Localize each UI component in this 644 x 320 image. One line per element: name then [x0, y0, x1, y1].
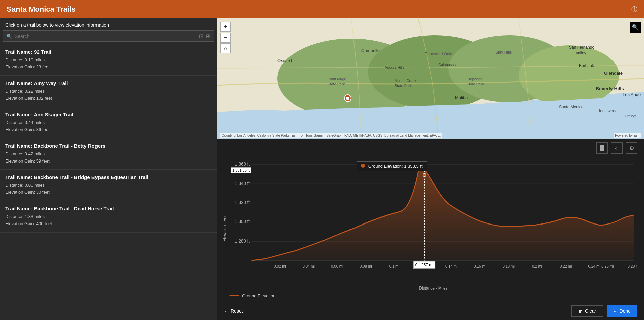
svg-text:Huntingt: Huntingt [623, 114, 636, 118]
svg-text:Los Ange: Los Ange [623, 92, 641, 97]
info-icon[interactable]: ⓘ [631, 5, 637, 13]
trail-name: Trail Name: Amy Way Trail [5, 80, 211, 86]
trail-details: Distance: 0.44 milesElevation Gain: 36 f… [5, 119, 211, 133]
trail-item[interactable]: Trail Name: Backbone Trail - Bridge Bypa… [0, 170, 217, 201]
search-input[interactable] [15, 34, 196, 39]
svg-text:Malibu Creek: Malibu Creek [395, 79, 416, 83]
svg-text:0.08 mi: 0.08 mi [360, 264, 372, 268]
svg-text:0.1257 mi: 0.1257 mi [415, 263, 433, 268]
crosshair-y-label: 1,351.35 ft [231, 167, 251, 173]
svg-text:1,360 ft: 1,360 ft [235, 161, 250, 167]
clear-button[interactable]: 🗑 Clear [571, 305, 603, 317]
svg-text:1,300 ft: 1,300 ft [235, 219, 250, 225]
svg-text:Thousand Oaks: Thousand Oaks [425, 52, 453, 56]
svg-text:San Fernando: San Fernando [569, 45, 594, 50]
done-label: Done [620, 308, 631, 314]
search-bar: 🔍 ⊡ ⊞ [3, 30, 214, 42]
trail-item[interactable]: Trail Name: Backbone Trail - Dead Horse … [0, 201, 217, 233]
svg-text:0.26 mi: 0.26 mi [601, 264, 614, 268]
home-button[interactable]: ⌂ [220, 43, 231, 53]
svg-text:State Park: State Park [395, 84, 412, 88]
svg-text:Point Mugu: Point Mugu [328, 77, 346, 81]
legend-label: Ground Elevation [242, 293, 275, 298]
zoom-in-button[interactable]: + [220, 22, 231, 32]
svg-text:1,280 ft: 1,280 ft [235, 238, 250, 244]
svg-text:0.16 mi: 0.16 mi [474, 264, 486, 268]
svg-text:Camarillo: Camarillo [361, 48, 380, 53]
clear-trash-icon: 🗑 [578, 308, 583, 314]
map-area[interactable]: Oxnard Camarillo Thousand Oaks Simi Hill… [217, 18, 644, 139]
trail-item[interactable]: Trail Name: 92 Trail Distance: 0.19 mile… [0, 44, 217, 76]
trail-name: Trail Name: Backbone Trail - Betty Roger… [5, 143, 211, 149]
clear-selection-icon[interactable]: ⊡ [199, 33, 203, 39]
svg-text:0.18 mi: 0.18 mi [503, 264, 515, 268]
trail-name: Trail Name: Backbone Trail - Bridge Bypa… [5, 174, 211, 180]
reset-button[interactable]: ← Reset [224, 308, 243, 314]
undo-button[interactable]: ⇦ [611, 142, 623, 154]
svg-text:0.04 mi: 0.04 mi [303, 264, 315, 268]
chart-toolbar: ▐▌ ⇦ ⚙ [220, 142, 637, 154]
svg-text:Santa Monica: Santa Monica [559, 105, 584, 109]
svg-text:0.02 mi: 0.02 mi [274, 264, 286, 268]
trail-item[interactable]: Trail Name: Backbone Trail - Betty Roger… [0, 138, 217, 170]
instruction-text: Click on a trail below to view elevation… [0, 18, 217, 30]
svg-text:0.14 mi: 0.14 mi [445, 264, 457, 268]
chart-svg-container: 1,351.35 ft Ground Elevation: 1,353.5 ft [229, 156, 637, 284]
trail-item[interactable]: Trail Name: Ann Skager Trail Distance: 0… [0, 107, 217, 138]
chart-inner: 1,351.35 ft Ground Elevation: 1,353.5 ft [229, 156, 637, 298]
y-axis-label: Elevation - Feet [220, 156, 229, 298]
svg-text:Burbank: Burbank [579, 63, 594, 68]
bottom-right-buttons: 🗑 Clear ✓ Done [571, 305, 637, 317]
app-title: Santa Monica Trails [7, 5, 75, 14]
trail-details: Distance: 0.22 milesElevation Gain: 102 … [5, 88, 211, 102]
svg-text:Agoura Hills: Agoura Hills [385, 65, 405, 69]
map-svg: Oxnard Camarillo Thousand Oaks Simi Hill… [217, 18, 644, 139]
settings-button[interactable]: ⚙ [626, 142, 637, 154]
bar-chart-button[interactable]: ▐▌ [596, 142, 608, 154]
svg-text:0.1 mi: 0.1 mi [389, 264, 399, 268]
chart-wrapper: Elevation - Feet 1,351.35 ft Ground Elev… [220, 156, 637, 298]
trail-item[interactable]: Trail Name: Amy Way Trail Distance: 0.22… [0, 76, 217, 107]
svg-text:Topanga: Topanga [468, 77, 483, 81]
svg-text:Beverly Hills: Beverly Hills [596, 86, 624, 91]
grid-view-icon[interactable]: ⊞ [206, 33, 210, 39]
zoom-out-button[interactable]: − [220, 33, 231, 43]
svg-text:Inglewood: Inglewood [599, 109, 618, 113]
svg-text:1,320 ft: 1,320 ft [235, 200, 250, 205]
svg-text:State Park: State Park [328, 82, 345, 86]
done-button[interactable]: ✓ Done [607, 305, 637, 317]
svg-point-59 [423, 173, 426, 177]
svg-text:0.28 mi: 0.28 mi [628, 264, 637, 268]
right-panel: Oxnard Camarillo Thousand Oaks Simi Hill… [217, 18, 644, 320]
legend-color-line [229, 295, 239, 296]
reset-label: Reset [231, 308, 243, 314]
trail-list: Trail Name: 92 Trail Distance: 0.19 mile… [0, 44, 217, 320]
svg-text:0.06 mi: 0.06 mi [331, 264, 343, 268]
svg-text:Malibu: Malibu [455, 95, 468, 100]
svg-point-29 [346, 97, 349, 100]
svg-text:Oxnard: Oxnard [277, 58, 292, 63]
svg-text:0.2 mi: 0.2 mi [532, 264, 542, 268]
done-check-icon: ✓ [614, 308, 618, 314]
svg-text:State Park: State Park [467, 82, 484, 86]
chart-area: ▐▌ ⇦ ⚙ Elevation - Feet 1,351.35 ft Grou… [217, 139, 644, 302]
bottom-bar: ← Reset 🗑 Clear ✓ Done [217, 302, 644, 320]
svg-text:0.24 mi: 0.24 mi [588, 264, 600, 268]
map-search-icon: 🔍 [632, 24, 639, 30]
svg-text:Calabasas: Calabasas [438, 63, 456, 67]
svg-text:0.22 mi: 0.22 mi [560, 264, 572, 268]
map-search-button[interactable]: 🔍 [630, 22, 641, 33]
svg-text:Simi Hills: Simi Hills [495, 50, 512, 55]
main-layout: Click on a trail below to view elevation… [0, 18, 644, 320]
clear-label: Clear [585, 308, 596, 314]
trail-details: Distance: 0.06 milesElevation Gain: 30 f… [5, 182, 211, 196]
map-attribution: County of Los Angeles, California State … [220, 133, 442, 138]
trail-details: Distance: 0.19 milesElevation Gain: 23 f… [5, 57, 211, 71]
trail-name: Trail Name: Backbone Trail - Dead Horse … [5, 206, 211, 211]
reset-arrow-icon: ← [224, 308, 229, 314]
svg-text:1,340 ft: 1,340 ft [235, 180, 250, 186]
trail-name: Trail Name: 92 Trail [5, 49, 211, 55]
map-controls: + − ⌂ [220, 22, 231, 53]
app-header: Santa Monica Trails ⓘ [0, 0, 644, 18]
svg-text:Valley: Valley [576, 51, 586, 55]
